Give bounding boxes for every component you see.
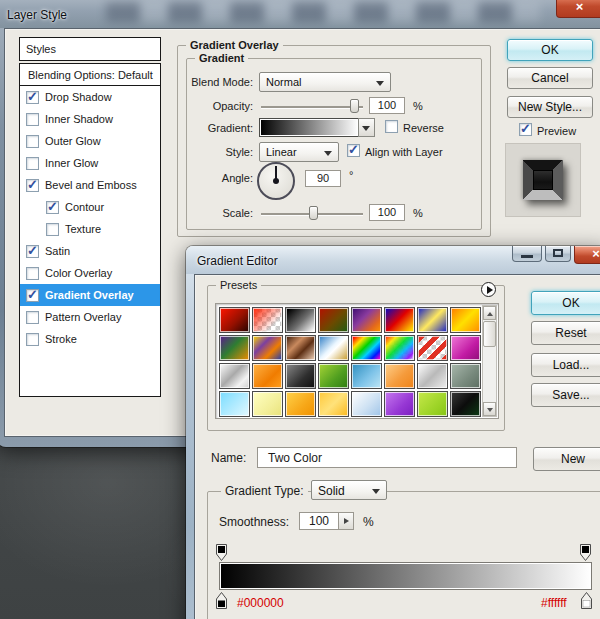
style-item-checkbox[interactable] (26, 289, 39, 302)
preset-swatch[interactable] (417, 307, 448, 333)
style-item-checkbox[interactable] (26, 333, 39, 346)
preset-swatch[interactable] (252, 363, 283, 389)
style-list-item[interactable]: Color Overlay (20, 262, 160, 284)
preset-swatch[interactable] (417, 363, 448, 389)
preview-checkbox[interactable] (519, 123, 532, 136)
style-item-checkbox[interactable] (26, 267, 39, 280)
style-item-checkbox[interactable] (26, 245, 39, 258)
preset-swatch[interactable] (318, 307, 349, 333)
style-item-checkbox[interactable] (26, 157, 39, 170)
style-dropdown[interactable]: Linear (259, 142, 339, 162)
style-item-checkbox[interactable] (26, 179, 39, 192)
preset-swatch[interactable] (219, 391, 250, 417)
scroll-up-button[interactable] (483, 306, 496, 320)
preset-swatch[interactable] (384, 335, 415, 361)
minimize-button[interactable] (512, 246, 542, 262)
smoothness-value-field[interactable]: 100 (299, 512, 339, 530)
preset-swatch[interactable] (450, 391, 481, 417)
opacity-slider-thumb[interactable] (350, 99, 359, 113)
preset-swatch[interactable] (318, 363, 349, 389)
preset-swatch[interactable] (219, 363, 250, 389)
preset-swatch[interactable] (351, 363, 382, 389)
style-list-item[interactable]: Gradient Overlay (20, 284, 160, 306)
style-item-checkbox[interactable] (26, 135, 39, 148)
style-list-item[interactable]: Inner Shadow (20, 108, 160, 130)
preset-swatch[interactable] (351, 335, 382, 361)
style-item-checkbox[interactable] (26, 91, 39, 104)
preset-swatch[interactable] (285, 363, 316, 389)
preset-swatch[interactable] (252, 391, 283, 417)
scale-value-field[interactable]: 100 (369, 204, 405, 221)
gradient-editor-close-button[interactable]: × (574, 246, 600, 264)
presets-menu-button[interactable] (481, 282, 496, 297)
preset-swatch[interactable] (285, 335, 316, 361)
preset-swatch[interactable] (384, 307, 415, 333)
opacity-value-field[interactable]: 100 (369, 97, 405, 114)
blend-mode-dropdown[interactable]: Normal (259, 72, 391, 92)
presets-scrollbar[interactable] (482, 305, 497, 417)
style-list-item[interactable]: Contour (20, 196, 160, 218)
reverse-checkbox[interactable] (385, 120, 398, 133)
gradient-strip[interactable] (259, 118, 359, 137)
preset-swatch[interactable] (384, 363, 415, 389)
preset-swatch[interactable] (351, 391, 382, 417)
preset-swatch[interactable] (252, 335, 283, 361)
gradient-strip-dropdown[interactable] (358, 118, 375, 137)
style-item-checkbox[interactable] (46, 201, 59, 214)
color-stop-left[interactable] (215, 591, 228, 610)
preset-swatch[interactable] (384, 391, 415, 417)
preset-swatch[interactable] (351, 307, 382, 333)
style-list-item[interactable]: Stroke (20, 328, 160, 350)
preset-swatch[interactable] (417, 335, 448, 361)
style-item-checkbox[interactable] (46, 223, 59, 236)
scale-slider[interactable] (261, 213, 363, 215)
opacity-stop-left[interactable] (215, 543, 228, 562)
name-input[interactable]: Two Color (257, 447, 517, 468)
gradient-type-dropdown[interactable]: Solid (311, 480, 387, 500)
angle-dial[interactable] (257, 162, 295, 200)
gradient-editor-titlebar[interactable]: Gradient Editor × (186, 246, 600, 274)
preset-swatch[interactable] (285, 307, 316, 333)
preset-swatch[interactable] (417, 391, 448, 417)
ge-new-button[interactable]: New (533, 447, 600, 471)
gradient-preview-bar[interactable] (219, 562, 592, 590)
preset-swatch[interactable] (219, 307, 250, 333)
maximize-button[interactable] (545, 246, 571, 262)
preset-swatch[interactable] (450, 363, 481, 389)
style-list-item[interactable]: Outer Glow (20, 130, 160, 152)
ge-load-button[interactable]: Load... (531, 353, 600, 377)
scroll-down-button[interactable] (483, 402, 496, 416)
color-stop-right[interactable] (580, 591, 593, 610)
scale-slider-thumb[interactable] (309, 206, 318, 220)
style-list-item[interactable]: Pattern Overlay (20, 306, 160, 328)
layer-style-titlebar[interactable]: Layer Style × (0, 0, 600, 28)
preset-swatch[interactable] (450, 307, 481, 333)
ge-reset-button[interactable]: Reset (531, 321, 600, 345)
smoothness-spinner-button[interactable] (339, 512, 354, 530)
opacity-slider[interactable] (261, 106, 363, 108)
layer-style-close-button[interactable]: × (556, 0, 600, 18)
cancel-button[interactable]: Cancel (507, 67, 593, 89)
preset-swatch[interactable] (318, 391, 349, 417)
style-list-item[interactable]: Texture (20, 218, 160, 240)
scrollbar-thumb[interactable] (483, 321, 496, 347)
ge-save-button[interactable]: Save... (531, 383, 600, 407)
style-list-item[interactable]: Inner Glow (20, 152, 160, 174)
preset-swatch[interactable] (252, 307, 283, 333)
style-item-checkbox[interactable] (26, 311, 39, 324)
style-list-item[interactable]: Drop Shadow (20, 86, 160, 108)
style-item-checkbox[interactable] (26, 113, 39, 126)
style-list-item[interactable]: Blending Options: Default (20, 64, 160, 86)
preset-swatch[interactable] (219, 335, 250, 361)
preset-swatch[interactable] (450, 335, 481, 361)
opacity-stop-right[interactable] (579, 543, 592, 562)
style-list-item[interactable]: Bevel and Emboss (20, 174, 160, 196)
new-style-button[interactable]: New Style... (507, 96, 593, 118)
preset-swatch[interactable] (285, 391, 316, 417)
style-list-item[interactable]: Satin (20, 240, 160, 262)
align-with-layer-checkbox[interactable] (347, 144, 360, 157)
angle-value-field[interactable]: 90 (305, 170, 341, 187)
preset-swatch[interactable] (318, 335, 349, 361)
ge-ok-button[interactable]: OK (531, 291, 600, 315)
ok-button[interactable]: OK (507, 39, 593, 61)
